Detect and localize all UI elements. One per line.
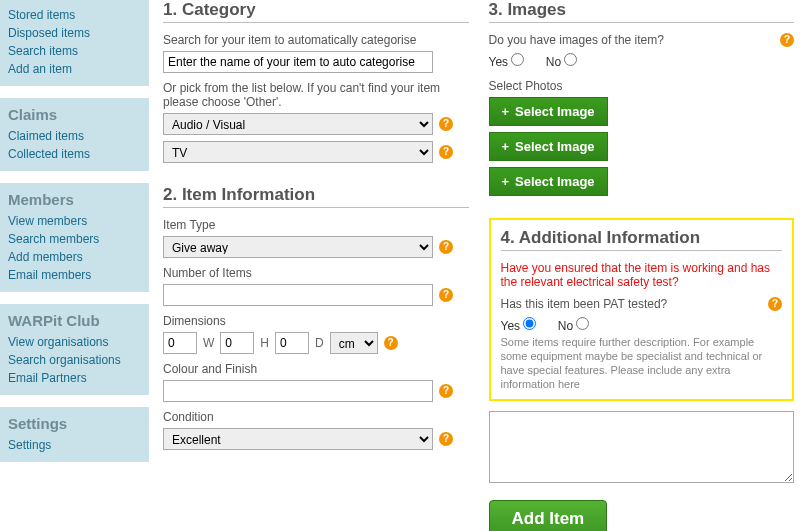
label-pat-tested: Has this item been PAT tested? (501, 297, 668, 311)
help-icon[interactable]: ? (780, 33, 794, 47)
label-condition: Condition (163, 410, 469, 424)
label-h: H (260, 336, 269, 350)
label-d: D (315, 336, 324, 350)
num-items-input[interactable] (163, 284, 433, 306)
sidebar-group-claims: Claims Claimed items Collected items (0, 98, 149, 171)
sidebar-search-items[interactable]: Search items (8, 42, 141, 60)
sidebar-search-members[interactable]: Search members (8, 230, 141, 248)
sidebar-settings[interactable]: Settings (8, 436, 141, 454)
add-item-button[interactable]: Add Item (489, 500, 608, 531)
sidebar-group-members: Members View members Search members Add … (0, 183, 149, 292)
sidebar-collected-items[interactable]: Collected items (8, 145, 141, 163)
sidebar-disposed-items[interactable]: Disposed items (8, 24, 141, 42)
category-select-1[interactable]: Audio / Visual (163, 113, 433, 135)
heading-additional: 4. Additional Information (501, 228, 783, 251)
label-colour: Colour and Finish (163, 362, 469, 376)
sidebar-view-members[interactable]: View members (8, 212, 141, 230)
help-icon[interactable]: ? (439, 145, 453, 159)
pat-yes-label: Yes (501, 319, 537, 333)
sidebar-stored-items[interactable]: Stored items (8, 6, 141, 24)
sidebar-group-warpit: WARPit Club View organisations Search or… (0, 304, 149, 395)
additional-hint: Some items require further description. … (501, 335, 783, 391)
plus-icon: + (502, 139, 510, 154)
label-w: W (203, 336, 214, 350)
images-yes-label: Yes (489, 55, 525, 69)
images-no-radio[interactable] (564, 53, 577, 66)
sidebar-search-orgs[interactable]: Search organisations (8, 351, 141, 369)
additional-info-textarea[interactable] (489, 411, 795, 483)
heading-item-info: 2. Item Information (163, 185, 469, 208)
sidebar-claimed-items[interactable]: Claimed items (8, 127, 141, 145)
help-icon[interactable]: ? (439, 117, 453, 131)
dim-w-input[interactable] (163, 332, 197, 354)
category-select-2[interactable]: TV (163, 141, 433, 163)
select-image-button-3[interactable]: +Select Image (489, 167, 608, 196)
label-dimensions: Dimensions (163, 314, 469, 328)
sidebar: Stored items Disposed items Search items… (0, 0, 149, 531)
additional-info-highlight: 4. Additional Information Have you ensur… (489, 218, 795, 401)
images-yes-radio[interactable] (511, 53, 524, 66)
label-have-images: Do you have images of the item? (489, 33, 664, 47)
condition-select[interactable]: Excellent (163, 428, 433, 450)
heading-images: 3. Images (489, 0, 795, 23)
sidebar-view-orgs[interactable]: View organisations (8, 333, 141, 351)
sidebar-email-members[interactable]: Email members (8, 266, 141, 284)
label-num-items: Number of Items (163, 266, 469, 280)
dim-unit-select[interactable]: cm (330, 332, 378, 354)
colour-input[interactable] (163, 380, 433, 402)
plus-icon: + (502, 174, 510, 189)
search-input[interactable] (163, 51, 433, 73)
label-select-photos: Select Photos (489, 79, 795, 93)
images-no-label: No (546, 55, 578, 69)
help-icon[interactable]: ? (439, 288, 453, 302)
sidebar-heading-warpit: WARPit Club (8, 312, 141, 329)
sidebar-add-item[interactable]: Add an item (8, 60, 141, 78)
dim-h-input[interactable] (220, 332, 254, 354)
plus-icon: + (502, 104, 510, 119)
sidebar-heading-members: Members (8, 191, 141, 208)
item-type-select[interactable]: Give away (163, 236, 433, 258)
pat-yes-radio[interactable] (523, 317, 536, 330)
sidebar-email-partners[interactable]: Email Partners (8, 369, 141, 387)
label-or-pick: Or pick from the list below. If you can'… (163, 81, 469, 109)
warning-text: Have you ensured that the item is workin… (501, 261, 783, 289)
sidebar-group-settings: Settings Settings (0, 407, 149, 462)
select-image-button-2[interactable]: +Select Image (489, 132, 608, 161)
help-icon[interactable]: ? (439, 384, 453, 398)
sidebar-group-items: Stored items Disposed items Search items… (0, 0, 149, 86)
sidebar-heading-claims: Claims (8, 106, 141, 123)
heading-category: 1. Category (163, 0, 469, 23)
help-icon[interactable]: ? (384, 336, 398, 350)
dim-d-input[interactable] (275, 332, 309, 354)
help-icon[interactable]: ? (439, 432, 453, 446)
select-image-button-1[interactable]: +Select Image (489, 97, 608, 126)
sidebar-heading-settings: Settings (8, 415, 141, 432)
sidebar-add-members[interactable]: Add members (8, 248, 141, 266)
pat-no-label: No (558, 319, 590, 333)
help-icon[interactable]: ? (768, 297, 782, 311)
help-icon[interactable]: ? (439, 240, 453, 254)
label-search: Search for your item to automatically ca… (163, 33, 469, 47)
pat-no-radio[interactable] (576, 317, 589, 330)
label-item-type: Item Type (163, 218, 469, 232)
